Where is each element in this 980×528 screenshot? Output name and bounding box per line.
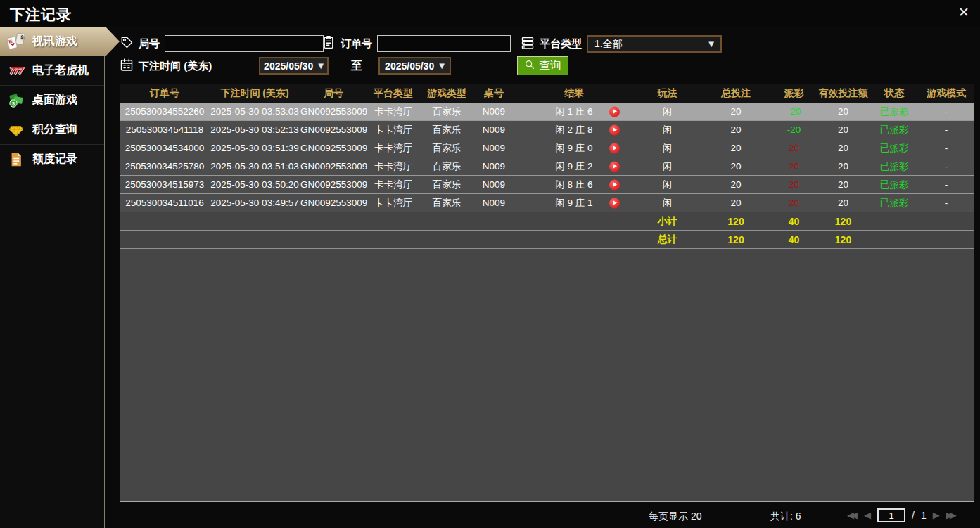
status-badge: 已派彩	[870, 105, 919, 118]
order-id: 250530034525780	[120, 161, 209, 172]
play-video-icon[interactable]	[609, 161, 620, 172]
result-cell: 闲 9 庄 0	[514, 142, 634, 155]
date-from-picker[interactable]: 2025/05/30 ▼	[259, 57, 329, 75]
status-badge: 已派彩	[870, 160, 919, 173]
table-no: N009	[473, 124, 514, 135]
table-empty-area	[120, 249, 974, 501]
sidebar-item-table-games[interactable]: $ 桌面游戏	[0, 86, 104, 115]
play-video-icon[interactable]	[609, 198, 620, 208]
background-divider-line	[737, 25, 974, 25]
game-type: 百家乐	[420, 105, 473, 118]
platform-list-icon	[521, 36, 535, 53]
subtotal-row: 小计 120 40 120	[120, 212, 974, 231]
table-row[interactable]: 250530034541118 2025-05-30 03:52:13 GN00…	[120, 121, 974, 139]
sidebar-item-slots[interactable]: 777 电子老虎机	[0, 56, 104, 86]
table-row[interactable]: 250530034534000 2025-05-30 03:51:39 GN00…	[120, 139, 974, 157]
valid-bet: 20	[817, 198, 870, 208]
round-id: GN0092553009E	[300, 198, 367, 208]
total-bet: 20	[701, 106, 771, 117]
platform-type-select[interactable]: 1.全部 ▼	[587, 35, 722, 53]
bet-time-label: 下注时间 (美东)	[139, 60, 212, 73]
game-mode: -	[919, 179, 974, 190]
status-badge: 已派彩	[870, 197, 919, 210]
game-mode: -	[919, 106, 974, 117]
play-type: 闲	[634, 160, 701, 173]
sidebar: 9 K 视讯游戏 777 电子老虎机 $ 桌面游戏	[0, 27, 105, 528]
order-id-input[interactable]	[377, 35, 511, 52]
subtotal-payout: 40	[771, 216, 817, 227]
page-separator: /	[912, 510, 915, 521]
play-type: 闲	[634, 179, 701, 191]
col-header: 玩法	[634, 87, 701, 100]
chevron-down-icon: ▼	[318, 62, 324, 70]
calendar-icon	[120, 58, 134, 75]
search-icon	[524, 59, 535, 73]
platform-filter-group: 平台类型 1.全部 ▼	[521, 35, 722, 53]
round-id-input[interactable]	[165, 35, 324, 52]
result-text: 闲 2 庄 8	[555, 124, 592, 135]
total-bet: 20	[701, 161, 771, 172]
result-cell: 闲 9 庄 1	[514, 197, 634, 210]
round-id: GN0092553009H	[300, 143, 367, 153]
payout: 20	[771, 179, 817, 190]
payout: 20	[771, 161, 817, 172]
sidebar-item-credit-records[interactable]: 额度记录	[0, 145, 104, 174]
sidebar-item-live-games[interactable]: 9 K 视讯游戏	[0, 27, 120, 56]
table-no: N009	[473, 143, 514, 153]
game-mode: -	[919, 143, 974, 153]
play-video-icon[interactable]	[609, 143, 620, 153]
col-header: 状态	[870, 87, 919, 100]
col-header: 派彩	[771, 87, 817, 100]
slot-777-icon: 777	[6, 61, 26, 81]
platform: 卡卡湾厅	[367, 124, 420, 136]
round-id: GN0092553009G	[300, 161, 367, 172]
valid-bet: 20	[817, 124, 870, 135]
order-id: 250530034534000	[120, 143, 209, 153]
sidebar-item-points[interactable]: 积分查询	[0, 115, 104, 145]
table-row[interactable]: 250530034515973 2025-05-30 03:50:20 GN00…	[120, 176, 974, 194]
round-id: GN0092553009F	[300, 179, 367, 190]
prev-page-icon[interactable]: ◀	[864, 508, 871, 522]
last-page-icon[interactable]: ▶▶	[946, 508, 957, 522]
next-page-icon[interactable]: ▶	[933, 508, 940, 522]
sidebar-item-label: 电子老虎机	[32, 63, 89, 78]
game-type: 百家乐	[420, 179, 473, 191]
table-row[interactable]: 250530034552260 2025-05-30 03:53:03 GN00…	[120, 103, 974, 121]
play-video-icon[interactable]	[609, 179, 620, 190]
tag-icon	[120, 35, 134, 52]
table-games-icon: $	[6, 91, 26, 110]
play-video-icon[interactable]	[609, 106, 620, 117]
result-cell: 闲 1 庄 6	[514, 105, 634, 118]
search-button[interactable]: 查询	[517, 56, 568, 75]
to-label: 至	[351, 59, 362, 74]
col-header: 游戏类型	[420, 87, 473, 100]
bet-time-group: 下注时间 (美东)	[120, 58, 212, 75]
round-id: GN0092553009I	[300, 124, 367, 135]
pagination: ◀◀ ◀ 1 / 1 ▶ ▶▶	[847, 508, 957, 522]
page-number-input[interactable]: 1	[877, 508, 905, 522]
result-cell: 闲 2 庄 8	[514, 124, 634, 136]
subtotal-valid-bet: 120	[817, 216, 870, 227]
payout: 20	[771, 143, 817, 153]
table-row[interactable]: 250530034511016 2025-05-30 03:49:57 GN00…	[120, 194, 974, 212]
result-text: 闲 9 庄 1	[555, 198, 592, 208]
bet-time: 2025-05-30 03:53:03	[209, 106, 300, 117]
col-header: 桌号	[473, 87, 514, 100]
play-video-icon[interactable]	[609, 124, 620, 135]
table-row[interactable]: 250530034525780 2025-05-30 03:51:03 GN00…	[120, 157, 974, 176]
sidebar-item-label: 积分查询	[32, 122, 77, 137]
result-text: 闲 8 庄 6	[555, 179, 592, 190]
date-to-picker[interactable]: 2025/05/30 ▼	[378, 57, 451, 75]
close-icon[interactable]: ✕	[954, 4, 974, 22]
table-no: N009	[473, 161, 514, 172]
table-no: N009	[473, 198, 514, 208]
table-no: N009	[473, 106, 514, 117]
grand-total-valid-bet: 120	[817, 234, 870, 245]
col-header: 下注时间 (美东)	[209, 87, 300, 100]
col-header: 局号	[300, 87, 367, 100]
table-no: N009	[473, 179, 514, 190]
grand-total-row: 总计 120 40 120	[120, 231, 974, 249]
subtotal-total-bet: 120	[701, 216, 771, 227]
platform-type-label: 平台类型	[540, 37, 582, 51]
first-page-icon[interactable]: ◀◀	[847, 508, 858, 522]
